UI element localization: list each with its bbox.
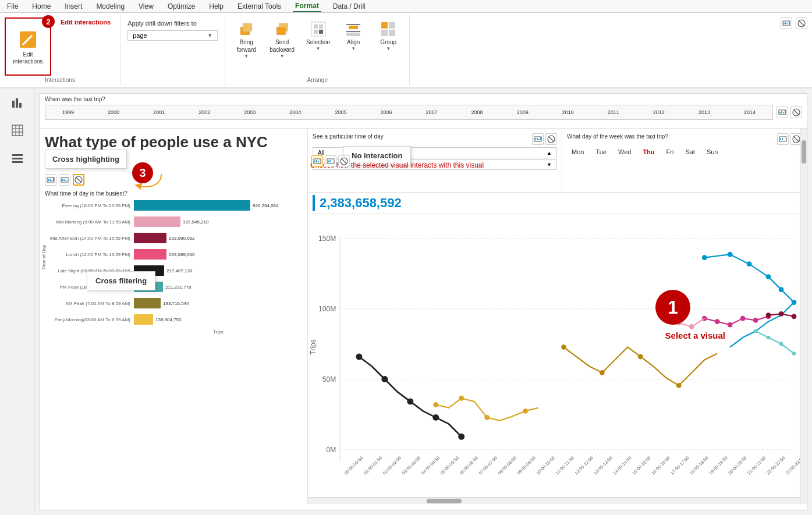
- filter-chart-icon-a[interactable]: [311, 155, 323, 167]
- menu-insert[interactable]: Insert: [62, 1, 84, 12]
- bar-row-midmorning: Mid Morning (9:00 AM To 11:59 AM) 329,94…: [49, 215, 303, 228]
- day-fri: Fri: [666, 148, 674, 155]
- selection-arrow: ▼: [316, 46, 321, 51]
- svg-point-85: [702, 255, 707, 260]
- group-svg: [379, 20, 398, 38]
- bar-chart-title: What time of day is the busiest?: [45, 190, 303, 197]
- drill-label: Apply drill down filters to: [127, 20, 218, 27]
- menu-optimize[interactable]: Optimize: [165, 1, 197, 12]
- bring-forward-button[interactable]: Bringforward ▼: [230, 17, 263, 61]
- svg-text:09:00-09:59: 09:00-09:59: [516, 455, 537, 475]
- svg-text:06:00-06:59: 06:00-06:59: [459, 455, 479, 475]
- group-button[interactable]: Group ▼: [372, 17, 405, 54]
- no-interaction-ribbon-icon[interactable]: [796, 17, 807, 29]
- svg-text:20:00-20:59: 20:00-20:59: [727, 455, 747, 475]
- menu-modeling[interactable]: Modeling: [94, 1, 127, 12]
- timeline-no-icon[interactable]: [790, 106, 802, 118]
- year-2002: 2002: [182, 109, 227, 115]
- scatter-section: 2,383,658,592 150M: [308, 193, 807, 497]
- arrange-group-label: Arrange: [225, 77, 409, 83]
- bar-value-evening: 826,294,084: [253, 203, 279, 208]
- time-filter-chart-icon[interactable]: [532, 133, 544, 145]
- bar-chart-no-icon[interactable]: [73, 174, 84, 186]
- svg-point-118: [458, 434, 464, 440]
- sidebar-list-icon[interactable]: [8, 149, 27, 168]
- sidebar-table-icon[interactable]: [8, 121, 27, 140]
- svg-text:17:00-17:59: 17:00-17:59: [669, 455, 690, 475]
- day-tue: Tue: [595, 148, 607, 155]
- svg-text:04:00-04:59: 04:00-04:59: [420, 455, 441, 475]
- sidebar-bar-chart-icon[interactable]: [8, 93, 27, 112]
- bar-row-ampeak: AM Peak (7:00 AM To 8:59 AM) 193,716,544: [49, 297, 303, 310]
- svg-point-92: [767, 336, 771, 340]
- menu-file[interactable]: File: [5, 1, 20, 12]
- badge-2: 2: [42, 15, 55, 28]
- svg-text:Trips: Trips: [309, 339, 317, 354]
- filter-chart-icon-b[interactable]: [325, 155, 336, 167]
- menu-home[interactable]: Home: [30, 1, 53, 12]
- svg-rect-34: [12, 158, 23, 159]
- bar-value-midafternoon: 233,090,032: [169, 236, 195, 241]
- blue-accent-bar: [313, 195, 315, 211]
- day-chart-title: What day of the week was the taxi trip?: [567, 133, 668, 145]
- y-axis-label: Time of Day: [41, 245, 47, 270]
- svg-point-99: [753, 318, 758, 323]
- svg-text:05:00-05:59: 05:00-05:59: [439, 455, 460, 475]
- svg-rect-15: [389, 22, 395, 29]
- svg-line-74: [794, 137, 799, 141]
- svg-line-69: [342, 159, 346, 164]
- menu-format[interactable]: Format: [293, 1, 321, 12]
- x-axis-label: Trips: [134, 329, 303, 335]
- selection-label: Selection: [306, 38, 330, 46]
- svg-point-111: [459, 396, 464, 401]
- svg-point-107: [600, 370, 605, 375]
- drill-dropdown[interactable]: page ▼: [127, 30, 218, 41]
- send-backward-svg: [273, 20, 292, 38]
- menu-view[interactable]: View: [136, 1, 156, 12]
- filter-no-icon-c[interactable]: [338, 155, 350, 167]
- timeline-icons: [776, 106, 802, 118]
- svg-point-109: [676, 383, 682, 388]
- menu-external-tools[interactable]: External Tools: [235, 1, 283, 12]
- menu-data-drill[interactable]: Data / Drill: [331, 1, 368, 12]
- svg-rect-25: [12, 101, 15, 108]
- bar-chart-icon-2[interactable]: [59, 174, 70, 186]
- drill-dropdown-text: page: [133, 32, 147, 39]
- bottom-scrollbar[interactable]: [308, 497, 807, 504]
- timeline-chart-icon[interactable]: [776, 106, 788, 118]
- menu-help[interactable]: Help: [207, 1, 226, 12]
- send-backward-button[interactable]: Sendbackward ▼: [265, 17, 299, 61]
- year-2000: 2000: [91, 109, 136, 115]
- right-panel: See a particular time of day: [308, 129, 807, 504]
- align-icon: [344, 20, 363, 38]
- svg-point-114: [356, 354, 362, 360]
- svg-point-87: [747, 261, 752, 267]
- align-button[interactable]: Align ▼: [337, 17, 370, 54]
- svg-rect-28: [12, 125, 23, 136]
- selection-button[interactable]: Selection ▼: [302, 17, 335, 54]
- time-filter-no-icon[interactable]: [545, 133, 557, 145]
- svg-text:18:00-18:59: 18:00-18:59: [689, 455, 709, 475]
- edit-interactions-button[interactable]: 2 Editinteractions: [5, 17, 51, 76]
- svg-text:03:00-03:59: 03:00-03:59: [401, 455, 421, 475]
- timeline-years-bar[interactable]: 1999 2000 2001 2002 2003 2004 2005 2006 …: [45, 105, 773, 120]
- bring-forward-arrow: ▼: [244, 54, 249, 59]
- svg-point-106: [561, 344, 566, 350]
- svg-rect-6: [314, 24, 318, 29]
- canvas-content: What type of people use a NYC taxi? Cros…: [40, 129, 807, 504]
- year-2005: 2005: [318, 109, 363, 115]
- svg-point-91: [754, 329, 758, 333]
- year-2003: 2003: [227, 109, 272, 115]
- year-2009: 2009: [500, 109, 545, 115]
- chart-zoom-icon[interactable]: [781, 17, 792, 29]
- right-scrollbar[interactable]: [800, 129, 807, 504]
- bar-chart-icon-1[interactable]: [45, 174, 56, 186]
- bar-value-earlymorning: 138,804,750: [155, 317, 182, 322]
- cross-highlighting-tooltip: Cross highlighting: [45, 150, 127, 169]
- day-chart-zoom-icon[interactable]: [777, 133, 789, 145]
- bar-fill-earlymorning: [134, 314, 153, 325]
- bar-label-evening: Evening (18:00 PM To 23:59 PM): [49, 203, 134, 208]
- right-scrollbar-thumb: [802, 140, 806, 164]
- bar-row-evening: Evening (18:00 PM To 23:59 PM) 826,294,0…: [49, 199, 303, 212]
- svg-point-105: [792, 314, 797, 319]
